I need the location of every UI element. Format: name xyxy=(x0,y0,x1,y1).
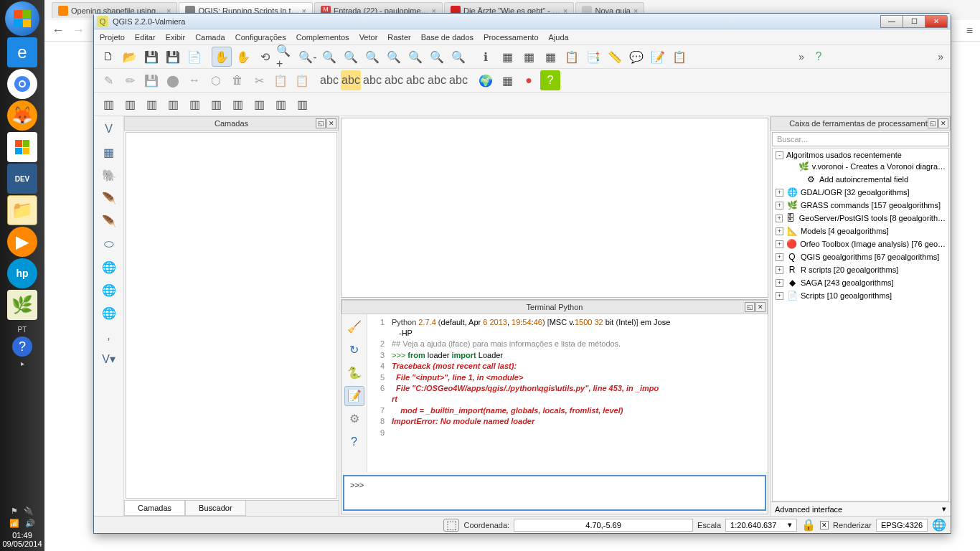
db-layer-icon[interactable]: 🐘 xyxy=(99,165,119,185)
expand-icon[interactable]: + xyxy=(776,227,783,235)
save-edits-icon[interactable]: 💾 xyxy=(141,70,161,90)
menu-raster[interactable]: Raster xyxy=(387,33,410,42)
map-canvas[interactable] xyxy=(341,118,768,298)
scale-value[interactable]: 1:20.640.637▾ xyxy=(725,519,797,532)
qgis-taskbar-icon[interactable]: 🌿 xyxy=(7,290,37,320)
lock-scale-icon[interactable]: 🔒 xyxy=(801,519,816,532)
tree-item[interactable]: +📐Models [4 geoalgorithms] xyxy=(774,225,947,237)
zoom-selection-icon[interactable]: 🔍 xyxy=(362,47,382,67)
add-postgis-icon[interactable]: ▥ xyxy=(141,94,161,114)
render-checkbox[interactable]: ✕ xyxy=(820,521,829,529)
firefox-icon[interactable]: 🦊 xyxy=(7,100,37,131)
bookmark-icon[interactable]: 📑 xyxy=(583,47,603,67)
coord-value[interactable]: 4.70,-5.69 xyxy=(514,519,693,532)
table-icon[interactable]: ▦ xyxy=(540,47,560,67)
layers-tree[interactable] xyxy=(126,132,337,499)
expand-icon[interactable]: + xyxy=(776,292,783,300)
help-plugin-icon[interactable]: ? xyxy=(540,70,560,90)
label-move-icon[interactable]: abc xyxy=(405,70,425,90)
close-button[interactable]: ✕ xyxy=(925,15,948,28)
pencil-icon[interactable]: ✏ xyxy=(120,70,140,90)
add-vector-icon[interactable]: ▥ xyxy=(98,94,118,114)
wms-icon[interactable]: 🌐 xyxy=(99,257,119,277)
toolbox-panel-title[interactable]: Caixa de ferramentas de processamento ◱✕ xyxy=(771,116,951,131)
zoom-prev-icon[interactable]: 🔍 xyxy=(405,47,425,67)
expand-tray-icon[interactable]: ▸ xyxy=(21,359,24,367)
media-player-icon[interactable]: ▶ xyxy=(7,227,37,257)
tree-item[interactable]: +🔴Orfeo Toolbox (Image analysis) [76 geo… xyxy=(774,237,947,250)
field-calc-icon[interactable]: 📋 xyxy=(562,47,582,67)
help-console-icon[interactable]: ? xyxy=(344,432,364,452)
close-panel-icon[interactable]: ✕ xyxy=(755,302,765,312)
power-icon[interactable]: 🔌 xyxy=(24,507,34,516)
select-icon[interactable]: ▦ xyxy=(497,47,517,67)
mssql-icon[interactable]: 🪶 xyxy=(99,211,119,231)
menu-icon[interactable]: ≡ xyxy=(966,24,973,37)
close-panel-icon[interactable]: ✕ xyxy=(326,118,336,128)
help-icon[interactable]: ? xyxy=(12,336,32,357)
hp-icon[interactable]: hp xyxy=(7,258,37,288)
undock-icon[interactable]: ◱ xyxy=(928,118,938,128)
toggle-extents-icon[interactable]: ⬚ xyxy=(443,519,459,532)
tree-item[interactable]: -Algoritmos usados recentemente xyxy=(774,150,947,160)
identify-icon[interactable]: ℹ xyxy=(476,47,496,67)
menu-processamento[interactable]: Processamento xyxy=(484,33,538,42)
import-class-icon[interactable]: ↻ xyxy=(344,340,364,360)
devcpp-icon[interactable]: DEV xyxy=(7,164,37,194)
new-shapefile-icon[interactable]: ▥ xyxy=(292,94,312,114)
tree-item[interactable]: ⚙Add autoincremental field xyxy=(774,173,947,186)
close-panel-icon[interactable]: ✕ xyxy=(938,118,948,128)
toolbar-overflow-icon[interactable]: » xyxy=(796,51,807,62)
layers-panel-title[interactable]: Camadas ◱✕ xyxy=(124,116,339,131)
add-wms-icon[interactable]: ▥ xyxy=(206,94,226,114)
start-button[interactable] xyxy=(5,1,39,36)
save-icon[interactable]: 💾 xyxy=(141,47,161,67)
add-mssql-icon[interactable]: ▥ xyxy=(184,94,204,114)
zoom-next-icon[interactable]: 🔍 xyxy=(427,47,447,67)
add-wcs-icon[interactable]: ▥ xyxy=(227,94,248,114)
add-wfs-icon[interactable]: ▥ xyxy=(249,94,269,114)
menu-projeto[interactable]: Projeto xyxy=(100,33,125,42)
titlebar[interactable]: Q QGIS 2.2.0-Valmiera — ☐ ✕ xyxy=(94,14,951,29)
maximize-button[interactable]: ☐ xyxy=(903,15,925,28)
node-tool-icon[interactable]: ⬡ xyxy=(206,70,226,90)
tab-buscador[interactable]: Buscador xyxy=(185,501,245,516)
new-layer-icon[interactable]: 📄 xyxy=(184,47,204,67)
label-change-icon[interactable]: abc xyxy=(448,70,468,90)
zoom-in-icon[interactable]: 🔍+ xyxy=(276,47,296,67)
add-spatialite-icon[interactable]: ▥ xyxy=(163,94,183,114)
wfs-icon[interactable]: 🌐 xyxy=(99,303,119,323)
tree-item[interactable]: +RR scripts [20 geoalgorithms] xyxy=(774,263,947,276)
zoom-native-icon[interactable]: 🔍 xyxy=(319,47,339,67)
run-script-icon[interactable]: 🐍 xyxy=(344,363,364,383)
tab-camadas[interactable]: Camadas xyxy=(124,501,185,516)
menu-exibir[interactable]: Exibir xyxy=(166,33,186,42)
delete-icon[interactable]: 🗑 xyxy=(227,70,248,90)
label-pin-icon[interactable]: abc xyxy=(362,70,382,90)
crs-icon[interactable]: 🌐 xyxy=(932,519,946,532)
tree-item[interactable]: +🌐GDAL/OGR [32 geoalgorithms] xyxy=(774,186,947,199)
new-vector-icon[interactable]: V▾ xyxy=(99,349,119,369)
form-annotation-icon[interactable]: 📋 xyxy=(669,47,689,67)
menu-configuracoes[interactable]: Configurações xyxy=(235,33,286,42)
minimize-button[interactable]: — xyxy=(880,15,903,28)
volume-icon[interactable]: 🔊 xyxy=(25,519,35,528)
language-indicator[interactable]: PT xyxy=(18,326,27,334)
expand-icon[interactable]: + xyxy=(776,202,783,209)
pan-select-icon[interactable]: ✋ xyxy=(233,47,253,67)
expand-icon[interactable]: + xyxy=(776,279,783,287)
label-abc-icon[interactable]: abc xyxy=(319,70,339,90)
expand-icon[interactable]: - xyxy=(776,151,783,159)
pan-icon[interactable]: ✋ xyxy=(212,47,232,67)
oracle-icon[interactable]: ⬭ xyxy=(99,234,119,254)
raster-calc-icon[interactable]: ▦ xyxy=(497,70,517,90)
edit-icon[interactable]: ✎ xyxy=(98,70,118,90)
csv-icon[interactable]: , xyxy=(99,326,119,346)
wcs-icon[interactable]: 🌐 xyxy=(99,280,119,300)
crs-value[interactable]: EPSG:4326 xyxy=(876,519,928,532)
raster-layer-icon[interactable]: ▦ xyxy=(99,142,119,162)
label-highlight-icon[interactable]: abc xyxy=(341,70,361,90)
text-annotation-icon[interactable]: 📝 xyxy=(648,47,668,67)
ie-icon[interactable]: e xyxy=(7,37,37,67)
expand-icon[interactable]: + xyxy=(776,240,783,248)
